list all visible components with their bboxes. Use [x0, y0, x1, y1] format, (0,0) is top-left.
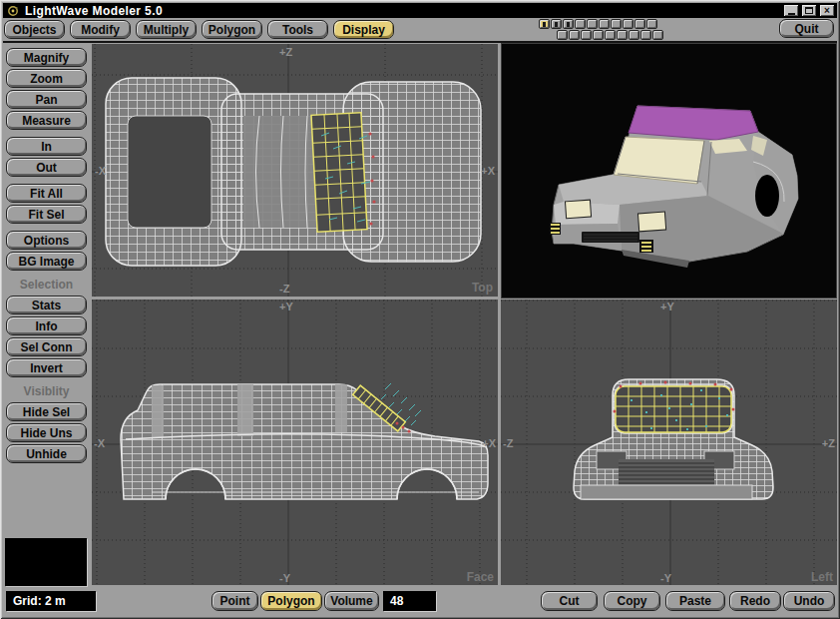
viewport-top[interactable]: +Z -X +X -Z Top: [92, 44, 498, 297]
axis-label-top: +Y: [279, 301, 293, 312]
sidebar-zoom-button[interactable]: Zoom: [6, 69, 87, 88]
sidebar-invert-button[interactable]: Invert: [6, 358, 87, 377]
bank-button[interactable]: [557, 30, 568, 40]
axis-label-right: +X: [481, 165, 495, 177]
bank-button[interactable]: [551, 19, 562, 29]
bank-button[interactable]: [593, 30, 604, 40]
cut-button[interactable]: Cut: [541, 591, 598, 611]
mini-preview-panel: [5, 538, 87, 586]
viewport-face[interactable]: +Y -X +X -Y Face: [92, 300, 498, 585]
sidebar-in-button[interactable]: In: [6, 137, 87, 156]
toolbar-bank-row: [539, 19, 663, 29]
viewport-left[interactable]: +Y -Z +Z -Y Left: [501, 300, 837, 585]
bank-button[interactable]: [563, 19, 574, 29]
sidebar-visiblity-header: Visiblity: [6, 384, 87, 399]
maximize-button[interactable]: [801, 4, 817, 17]
bank-button[interactable]: [575, 19, 586, 29]
axis-label-bottom: -Y: [660, 572, 671, 584]
mode-volume-button[interactable]: Volume: [324, 591, 379, 611]
minimize-icon: [788, 13, 795, 15]
bank-button[interactable]: [652, 30, 663, 40]
bank-button[interactable]: [539, 19, 550, 29]
sidebar-magnify-button[interactable]: Magnify: [6, 48, 87, 67]
sidebar-sel-conn-button[interactable]: Sel Conn: [6, 337, 87, 356]
paste-button[interactable]: Paste: [665, 591, 725, 611]
menu-multiply-button[interactable]: Multiply: [136, 20, 197, 39]
viewport-name-left: Left: [811, 571, 833, 584]
axis-label-bottom: -Z: [279, 283, 289, 295]
axis-label-left: -X: [95, 165, 106, 177]
face-view-wireframe: [92, 300, 498, 585]
grid-size-readout: Grid: 2 m: [6, 591, 96, 611]
bank-button[interactable]: [640, 30, 651, 40]
axis-label-left: -Z: [503, 437, 513, 449]
bank-button[interactable]: [634, 19, 645, 29]
redo-button[interactable]: Redo: [729, 591, 781, 611]
menu-modify-button[interactable]: Modify: [70, 20, 131, 39]
copy-button[interactable]: Copy: [604, 591, 660, 611]
sidebar-pan-button[interactable]: Pan: [6, 90, 87, 109]
menu-display-button[interactable]: Display: [333, 20, 394, 39]
axis-label-bottom: -Y: [279, 572, 290, 584]
bank-button[interactable]: [617, 30, 628, 40]
app-window: LightWave Modeler 5.0 × Objects Modify M…: [0, 0, 840, 619]
close-icon: ×: [824, 6, 830, 16]
sidebar-fit-sel-button[interactable]: Fit Sel: [6, 205, 87, 224]
viewport-area: +Z -X +X -Z Top: [90, 43, 837, 587]
axis-label-top: +Z: [279, 46, 292, 58]
sidebar-unhide-button[interactable]: Unhide: [6, 444, 87, 463]
sidebar-measure-button[interactable]: Measure: [6, 111, 87, 130]
maximize-icon: [805, 7, 813, 14]
preview-render: [502, 44, 836, 298]
bank-button[interactable]: [599, 19, 610, 29]
axis-label-right: +Z: [822, 437, 835, 449]
titlebar[interactable]: LightWave Modeler 5.0 ×: [3, 3, 837, 18]
bank-button[interactable]: [581, 30, 592, 40]
menu-row: Objects Modify Multiply Polygon Tools Di…: [4, 20, 394, 39]
menu-objects-button[interactable]: Objects: [4, 20, 65, 39]
sidebar-bg-image-button[interactable]: BG Image: [6, 252, 87, 271]
quit-button[interactable]: Quit: [779, 19, 834, 38]
menubar: Objects Modify Multiply Polygon Tools Di…: [3, 18, 837, 41]
sidebar: Magnify Zoom Pan Measure In Out Fit All …: [3, 43, 90, 587]
viewport-name-top: Top: [472, 282, 493, 295]
axis-label-left: -X: [94, 437, 105, 449]
selection-mode-group: Point Polygon Volume: [211, 591, 379, 611]
selected-count-readout: 48: [383, 591, 436, 611]
statusbar: Grid: 2 m Point Polygon Volume 48 Cut Co…: [3, 587, 837, 616]
sidebar-options-button[interactable]: Options: [6, 231, 87, 250]
menu-polygon-button[interactable]: Polygon: [202, 20, 262, 39]
axis-label-right: +X: [482, 437, 496, 449]
window-controls: ×: [783, 4, 837, 17]
bank-button[interactable]: [587, 19, 598, 29]
close-button[interactable]: ×: [819, 4, 835, 17]
left-view-wireframe: [501, 300, 837, 585]
toolbar-bank-row: [545, 30, 663, 40]
app-icon: [7, 5, 19, 17]
axis-label-top: +Y: [660, 301, 674, 312]
bank-button[interactable]: [646, 19, 657, 29]
sidebar-hide-uns-button[interactable]: Hide Uns: [6, 423, 87, 442]
toolbar-bank: [539, 19, 663, 40]
mode-point-button[interactable]: Point: [211, 591, 258, 611]
viewport-name-face: Face: [467, 571, 494, 584]
bank-button[interactable]: [611, 19, 622, 29]
sidebar-selection-header: Selection: [6, 278, 87, 293]
menu-tools-button[interactable]: Tools: [267, 20, 328, 39]
sidebar-info-button[interactable]: Info: [6, 316, 87, 335]
bank-button[interactable]: [605, 30, 616, 40]
sidebar-out-button[interactable]: Out: [6, 158, 87, 177]
bank-button[interactable]: [629, 30, 639, 40]
viewport-preview[interactable]: [501, 43, 837, 299]
bank-button[interactable]: [569, 30, 580, 40]
minimize-button[interactable]: [783, 4, 799, 17]
top-view-wireframe: [92, 44, 498, 297]
undo-button[interactable]: Undo: [783, 591, 835, 611]
sidebar-stats-button[interactable]: Stats: [6, 296, 87, 314]
mode-polygon-button[interactable]: Polygon: [260, 591, 322, 611]
bank-button[interactable]: [623, 19, 633, 29]
sidebar-fit-all-button[interactable]: Fit All: [6, 184, 87, 203]
window-title: LightWave Modeler 5.0: [25, 4, 163, 18]
sidebar-hide-sel-button[interactable]: Hide Sel: [6, 402, 87, 421]
